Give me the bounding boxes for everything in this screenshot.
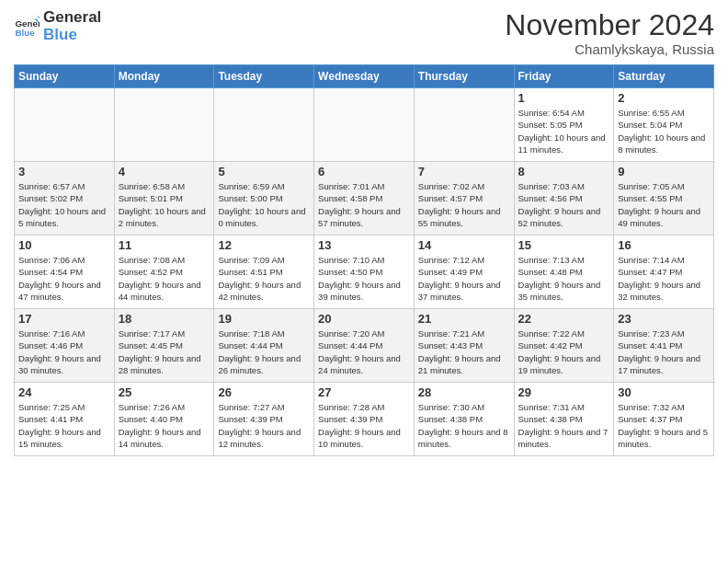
day-number: 25 bbox=[119, 385, 210, 399]
day-info: Sunrise: 7:03 AM Sunset: 4:56 PM Dayligh… bbox=[518, 180, 610, 229]
svg-text:Blue: Blue bbox=[15, 27, 35, 37]
calendar-cell-week3-day5: 14Sunrise: 7:12 AM Sunset: 4:49 PM Dayli… bbox=[414, 236, 514, 309]
calendar-cell-week2-day5: 7Sunrise: 7:02 AM Sunset: 4:57 PM Daylig… bbox=[414, 162, 514, 236]
day-number: 8 bbox=[518, 165, 610, 178]
calendar-cell-week3-day6: 15Sunrise: 7:13 AM Sunset: 4:48 PM Dayli… bbox=[514, 236, 614, 309]
day-info: Sunrise: 7:01 AM Sunset: 4:58 PM Dayligh… bbox=[318, 180, 410, 229]
calendar-cell-week2-day3: 5Sunrise: 6:59 AM Sunset: 5:00 PM Daylig… bbox=[214, 162, 314, 236]
day-info: Sunrise: 7:28 AM Sunset: 4:39 PM Dayligh… bbox=[318, 401, 410, 450]
day-number: 29 bbox=[518, 385, 610, 399]
day-number: 7 bbox=[418, 165, 510, 178]
day-number: 26 bbox=[218, 385, 310, 399]
day-number: 3 bbox=[18, 165, 110, 178]
day-number: 16 bbox=[618, 238, 710, 252]
day-number: 23 bbox=[618, 312, 710, 326]
day-info: Sunrise: 7:17 AM Sunset: 4:45 PM Dayligh… bbox=[119, 327, 210, 376]
calendar-cell-week2-day4: 6Sunrise: 7:01 AM Sunset: 4:58 PM Daylig… bbox=[314, 162, 415, 236]
day-number: 30 bbox=[618, 385, 710, 399]
day-number: 21 bbox=[418, 312, 510, 326]
day-number: 1 bbox=[518, 91, 610, 105]
month-title: November 2024 bbox=[505, 9, 714, 41]
day-info: Sunrise: 6:54 AM Sunset: 5:05 PM Dayligh… bbox=[518, 107, 610, 155]
day-number: 6 bbox=[318, 165, 410, 178]
location: Chamlykskaya, Russia bbox=[505, 41, 714, 57]
weekday-header-tuesday: Tuesday bbox=[214, 65, 314, 88]
day-number: 4 bbox=[119, 165, 210, 178]
day-info: Sunrise: 7:22 AM Sunset: 4:42 PM Dayligh… bbox=[518, 327, 610, 376]
day-info: Sunrise: 7:20 AM Sunset: 4:44 PM Dayligh… bbox=[318, 327, 410, 376]
day-info: Sunrise: 7:12 AM Sunset: 4:49 PM Dayligh… bbox=[418, 254, 510, 303]
calendar-cell-week4-day3: 19Sunrise: 7:18 AM Sunset: 4:44 PM Dayli… bbox=[214, 309, 314, 383]
logo-general: General bbox=[43, 9, 101, 27]
day-info: Sunrise: 6:55 AM Sunset: 5:04 PM Dayligh… bbox=[618, 107, 710, 155]
day-number: 2 bbox=[618, 91, 710, 105]
calendar-cell-week1-day5 bbox=[414, 88, 514, 162]
calendar-cell-week4-day1: 17Sunrise: 7:16 AM Sunset: 4:46 PM Dayli… bbox=[15, 309, 115, 383]
calendar-header-row: SundayMondayTuesdayWednesdayThursdayFrid… bbox=[15, 65, 714, 88]
day-info: Sunrise: 6:58 AM Sunset: 5:01 PM Dayligh… bbox=[119, 180, 210, 229]
calendar-week-2: 3Sunrise: 6:57 AM Sunset: 5:02 PM Daylig… bbox=[15, 162, 714, 236]
calendar-cell-week4-day6: 22Sunrise: 7:22 AM Sunset: 4:42 PM Dayli… bbox=[514, 309, 614, 383]
weekday-header-saturday: Saturday bbox=[614, 65, 714, 88]
calendar-cell-week4-day2: 18Sunrise: 7:17 AM Sunset: 4:45 PM Dayli… bbox=[114, 309, 214, 383]
day-number: 5 bbox=[218, 165, 310, 178]
day-info: Sunrise: 7:21 AM Sunset: 4:43 PM Dayligh… bbox=[418, 327, 510, 376]
day-info: Sunrise: 7:23 AM Sunset: 4:41 PM Dayligh… bbox=[618, 327, 710, 376]
calendar-cell-week2-day1: 3Sunrise: 6:57 AM Sunset: 5:02 PM Daylig… bbox=[15, 162, 115, 236]
day-info: Sunrise: 7:27 AM Sunset: 4:39 PM Dayligh… bbox=[218, 401, 310, 450]
calendar-cell-week1-day3 bbox=[214, 88, 314, 162]
weekday-header-monday: Monday bbox=[114, 65, 214, 88]
day-info: Sunrise: 7:02 AM Sunset: 4:57 PM Dayligh… bbox=[418, 180, 510, 229]
day-info: Sunrise: 6:57 AM Sunset: 5:02 PM Dayligh… bbox=[18, 180, 110, 229]
day-info: Sunrise: 7:08 AM Sunset: 4:52 PM Dayligh… bbox=[119, 254, 210, 303]
day-info: Sunrise: 7:13 AM Sunset: 4:48 PM Dayligh… bbox=[518, 254, 610, 303]
calendar-cell-week2-day2: 4Sunrise: 6:58 AM Sunset: 5:01 PM Daylig… bbox=[114, 162, 214, 236]
calendar-cell-week5-day7: 30Sunrise: 7:32 AM Sunset: 4:37 PM Dayli… bbox=[614, 383, 714, 456]
calendar-week-5: 24Sunrise: 7:25 AM Sunset: 4:41 PM Dayli… bbox=[15, 383, 714, 456]
calendar-cell-week3-day1: 10Sunrise: 7:06 AM Sunset: 4:54 PM Dayli… bbox=[15, 236, 115, 309]
calendar-cell-week3-day2: 11Sunrise: 7:08 AM Sunset: 4:52 PM Dayli… bbox=[114, 236, 214, 309]
weekday-header-wednesday: Wednesday bbox=[314, 65, 415, 88]
calendar-cell-week4-day5: 21Sunrise: 7:21 AM Sunset: 4:43 PM Dayli… bbox=[414, 309, 514, 383]
calendar-cell-week1-day6: 1Sunrise: 6:54 AM Sunset: 5:05 PM Daylig… bbox=[514, 88, 614, 162]
logo: General Blue General Blue bbox=[14, 9, 101, 43]
calendar-cell-week3-day7: 16Sunrise: 7:14 AM Sunset: 4:47 PM Dayli… bbox=[614, 236, 714, 309]
day-info: Sunrise: 7:32 AM Sunset: 4:37 PM Dayligh… bbox=[618, 401, 710, 450]
day-info: Sunrise: 7:26 AM Sunset: 4:40 PM Dayligh… bbox=[119, 401, 210, 450]
day-info: Sunrise: 7:09 AM Sunset: 4:51 PM Dayligh… bbox=[218, 254, 310, 303]
calendar-cell-week1-day4 bbox=[314, 88, 415, 162]
header: General Blue General Blue November 2024 … bbox=[14, 9, 714, 57]
calendar-cell-week2-day7: 9Sunrise: 7:05 AM Sunset: 4:55 PM Daylig… bbox=[614, 162, 714, 236]
weekday-header-friday: Friday bbox=[514, 65, 614, 88]
day-info: Sunrise: 7:14 AM Sunset: 4:47 PM Dayligh… bbox=[618, 254, 710, 303]
day-info: Sunrise: 7:05 AM Sunset: 4:55 PM Dayligh… bbox=[618, 180, 710, 229]
day-number: 10 bbox=[18, 238, 110, 252]
calendar-cell-week4-day4: 20Sunrise: 7:20 AM Sunset: 4:44 PM Dayli… bbox=[314, 309, 415, 383]
day-number: 9 bbox=[618, 165, 710, 178]
calendar-cell-week5-day1: 24Sunrise: 7:25 AM Sunset: 4:41 PM Dayli… bbox=[15, 383, 115, 456]
calendar-table: SundayMondayTuesdayWednesdayThursdayFrid… bbox=[14, 64, 714, 456]
day-number: 13 bbox=[318, 238, 410, 252]
calendar-week-3: 10Sunrise: 7:06 AM Sunset: 4:54 PM Dayli… bbox=[15, 236, 714, 309]
calendar-cell-week4-day7: 23Sunrise: 7:23 AM Sunset: 4:41 PM Dayli… bbox=[614, 309, 714, 383]
day-number: 24 bbox=[18, 385, 110, 399]
day-info: Sunrise: 7:16 AM Sunset: 4:46 PM Dayligh… bbox=[18, 327, 110, 376]
day-number: 17 bbox=[18, 312, 110, 326]
day-info: Sunrise: 7:10 AM Sunset: 4:50 PM Dayligh… bbox=[318, 254, 410, 303]
day-number: 14 bbox=[418, 238, 510, 252]
day-number: 20 bbox=[318, 312, 410, 326]
calendar-cell-week5-day6: 29Sunrise: 7:31 AM Sunset: 4:38 PM Dayli… bbox=[514, 383, 614, 456]
day-info: Sunrise: 7:18 AM Sunset: 4:44 PM Dayligh… bbox=[218, 327, 310, 376]
day-number: 19 bbox=[218, 312, 310, 326]
day-number: 27 bbox=[318, 385, 410, 399]
logo-icon: General Blue bbox=[14, 14, 40, 40]
day-info: Sunrise: 7:25 AM Sunset: 4:41 PM Dayligh… bbox=[18, 401, 110, 450]
day-number: 11 bbox=[119, 238, 210, 252]
day-number: 28 bbox=[418, 385, 510, 399]
day-info: Sunrise: 7:31 AM Sunset: 4:38 PM Dayligh… bbox=[518, 401, 610, 450]
calendar-cell-week1-day2 bbox=[114, 88, 214, 162]
logo-blue: Blue bbox=[43, 27, 101, 44]
day-number: 15 bbox=[518, 238, 610, 252]
day-info: Sunrise: 7:06 AM Sunset: 4:54 PM Dayligh… bbox=[18, 254, 110, 303]
calendar-cell-week1-day1 bbox=[15, 88, 115, 162]
